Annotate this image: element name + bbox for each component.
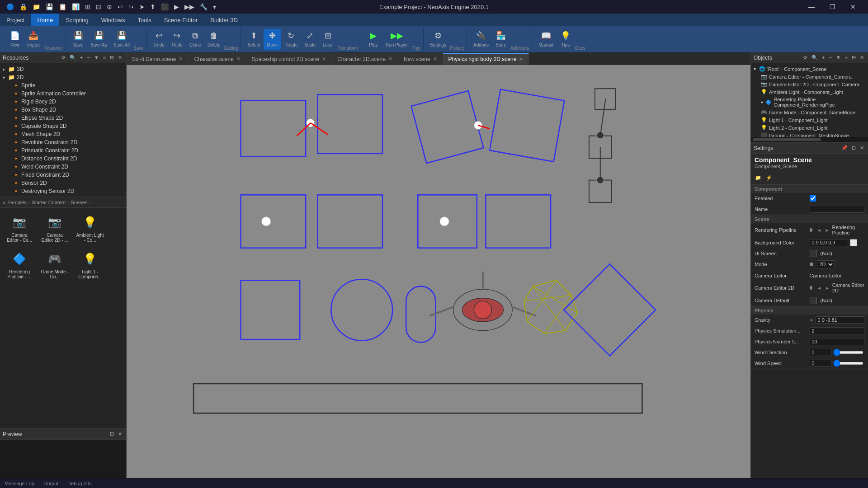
settings-tb-icon2[interactable]: ⚡ <box>764 174 774 181</box>
lock-icon[interactable]: 🔒 <box>18 2 29 11</box>
status-debug-info[interactable]: Debug Info <box>67 481 92 486</box>
breadcrumb-samples[interactable]: Samples <box>7 200 27 205</box>
dropdown-icon[interactable]: ▾ <box>211 2 218 11</box>
add-icon[interactable]: + <box>79 54 84 61</box>
obj-add-icon[interactable]: + <box>821 54 826 61</box>
minimize-button[interactable]: — <box>801 0 822 14</box>
wrench-icon[interactable]: 🔧 <box>198 2 209 11</box>
tree-item-revolute[interactable]: 🔸 Revolute Constraint 2D <box>0 138 126 146</box>
save-as-button[interactable]: 💾 Save As <box>88 29 110 50</box>
play2-icon[interactable]: ▶▶ <box>183 2 196 11</box>
file-item-light1[interactable]: 💡 Light 1 - Compone... <box>74 248 106 281</box>
obj-root[interactable]: ▾ 🌐 'Root' - Component_Scene <box>751 65 868 73</box>
save-button[interactable]: 💾 Save <box>70 29 87 50</box>
obj-filter-icon[interactable]: ▼ <box>835 54 842 61</box>
tab-character[interactable]: Character.scene ✕ <box>189 53 246 65</box>
tree-item-sprite[interactable]: 🔸 Sprite <box>0 81 126 89</box>
obj-close-icon[interactable]: ✕ <box>859 54 865 61</box>
tab-new-close[interactable]: ✕ <box>433 56 437 62</box>
settings-dock-icon[interactable]: ⊟ <box>850 145 857 151</box>
viewport[interactable] <box>127 65 750 478</box>
breadcrumb-starter[interactable]: Starter Content <box>32 200 66 205</box>
chart-icon[interactable]: 📊 <box>70 2 81 11</box>
arrow-icon[interactable]: ➤ <box>137 2 146 11</box>
play-button[interactable]: ▶ Play <box>365 29 382 50</box>
settings-cam2d-arrow2[interactable]: ► <box>824 286 830 291</box>
menu-windows[interactable]: Windows <box>95 14 132 26</box>
settings-wind-speed-input[interactable] <box>810 360 832 367</box>
settings-button[interactable]: ⚙ Settings <box>427 29 449 50</box>
nav-back-icon[interactable]: « <box>3 200 5 205</box>
select-button[interactable]: ⬆ Select <box>245 29 263 50</box>
manual-button[interactable]: 📖 Manual <box>536 29 556 50</box>
run-player-button[interactable]: ▶▶ Run Player <box>383 29 410 50</box>
obj-search-icon[interactable]: 🔍 <box>810 54 819 61</box>
file-item-ambient-light[interactable]: 💡 Ambient Light - Co... <box>74 211 106 244</box>
status-message-log[interactable]: Message Log <box>5 481 34 486</box>
tab-physics-2d-close[interactable]: ✕ <box>519 56 523 62</box>
tips-button[interactable]: 💡 Tips <box>557 29 574 50</box>
objects-scrollbar[interactable] <box>751 137 868 142</box>
local-button[interactable]: ⊞ Local <box>320 29 337 50</box>
refresh-icon[interactable]: ⟳ <box>60 54 67 61</box>
settings-cam2d-arrow[interactable]: ◄ <box>816 286 822 291</box>
tab-scifi-demo-close[interactable]: ✕ <box>179 56 183 62</box>
addons-button[interactable]: 🔌 Addons <box>471 29 491 50</box>
rotate-button[interactable]: ↻ Rotate <box>282 29 300 50</box>
obj-light1[interactable]: 💡 Light 1 - Component_Light <box>751 116 868 124</box>
tree-item-sprite-anim[interactable]: 🔸 Sprite Animation Controller <box>0 89 126 98</box>
settings-mode-dropdown[interactable]: 2D 3D <box>817 260 835 268</box>
clipboard-icon[interactable]: 📋 <box>57 2 68 11</box>
settings-gravity-expand[interactable]: ▸ <box>810 317 814 322</box>
status-output[interactable]: Output <box>43 481 58 486</box>
tree-item-distance[interactable]: 🔸 Distance Constraint 2D <box>0 155 126 163</box>
preview-dock-icon[interactable]: ⊟ <box>108 431 115 437</box>
shapes-icon[interactable]: ⬛ <box>159 2 170 11</box>
menu-scene-editor[interactable]: Scene Editor <box>158 14 204 26</box>
tree-item-weld[interactable]: 🔸 Weld Constraint 2D <box>0 163 126 171</box>
toolbar-icon2[interactable]: ⊟ <box>94 2 103 11</box>
import-button[interactable]: 📥 Import <box>24 29 42 50</box>
cursor-icon[interactable]: ⬆ <box>148 2 157 11</box>
menu-builder-3d[interactable]: Builder 3D <box>204 14 244 26</box>
search-icon[interactable]: 🔍 <box>68 54 77 61</box>
tree-item-prismatic[interactable]: 🔸 Prismatic Constraint 2D <box>0 146 126 155</box>
redo-icon[interactable]: ↪ <box>127 2 136 11</box>
maximize-button[interactable]: ❐ <box>822 0 843 14</box>
new-button[interactable]: 📄 New <box>6 29 24 50</box>
tree-item-box-shape[interactable]: 🔸 Box Shape 2D <box>0 106 126 114</box>
tab-character-2d-close[interactable]: ✕ <box>388 56 392 62</box>
settings-wind-dir-input[interactable] <box>810 349 832 356</box>
settings-pin-icon[interactable]: 📌 <box>840 145 849 151</box>
settings-enabled-checkbox[interactable] <box>810 195 816 202</box>
collapse-icon[interactable]: « <box>102 54 107 61</box>
undo-button[interactable]: ↩ Undo <box>151 29 168 50</box>
obj-light2[interactable]: 💡 Light 2 - Component_Light <box>751 124 868 131</box>
obj-cam-editor[interactable]: 📷 Camera Editor - Component_Camera <box>751 73 868 80</box>
tab-scifi-demo[interactable]: Sci-fi Demo.scene ✕ <box>127 53 189 65</box>
obj-ground[interactable]: ⬛ Ground - Component_MeshInSpace <box>751 131 868 137</box>
settings-gravity-input[interactable] <box>816 316 865 324</box>
settings-physics-sim-input[interactable] <box>810 327 865 334</box>
scale-button[interactable]: ⤢ Scale <box>302 29 319 50</box>
tab-character-close[interactable]: ✕ <box>236 56 241 62</box>
preview-close-icon[interactable]: ✕ <box>117 431 123 437</box>
tab-new[interactable]: New.scene ✕ <box>398 53 443 65</box>
play-icon[interactable]: ▶ <box>172 2 181 11</box>
redo-button[interactable]: ↪ Redo <box>169 29 186 50</box>
obj-ambient-light[interactable]: 💡 Ambient Light - Component_Light <box>751 88 868 96</box>
tree-item-character2d[interactable]: 🔸 Character 2D <box>0 195 126 197</box>
tree-item-2d[interactable]: ▾ 📁 2D <box>0 73 126 81</box>
file-item-game-mode[interactable]: 🎮 Game Mode - Co... <box>39 248 71 281</box>
settings-close-icon[interactable]: ✕ <box>859 145 865 151</box>
menu-tools[interactable]: Tools <box>131 14 157 26</box>
save-all-button[interactable]: 💾 Save All <box>111 29 132 50</box>
tab-spaceship-2d-close[interactable]: ✕ <box>322 56 326 62</box>
settings-wind-speed-slider[interactable] <box>833 362 863 365</box>
obj-game-mode[interactable]: 🎮 Game Mode - Component_GameMode <box>751 108 868 116</box>
settings-mode-dot[interactable] <box>810 263 813 266</box>
close-res-icon[interactable]: ✕ <box>117 54 123 61</box>
toolbar-icon1[interactable]: ⊞ <box>83 2 92 11</box>
menu-scripting[interactable]: Scripting <box>59 14 95 26</box>
tree-item-sensor[interactable]: 🔸 Sensor 2D <box>0 179 126 187</box>
